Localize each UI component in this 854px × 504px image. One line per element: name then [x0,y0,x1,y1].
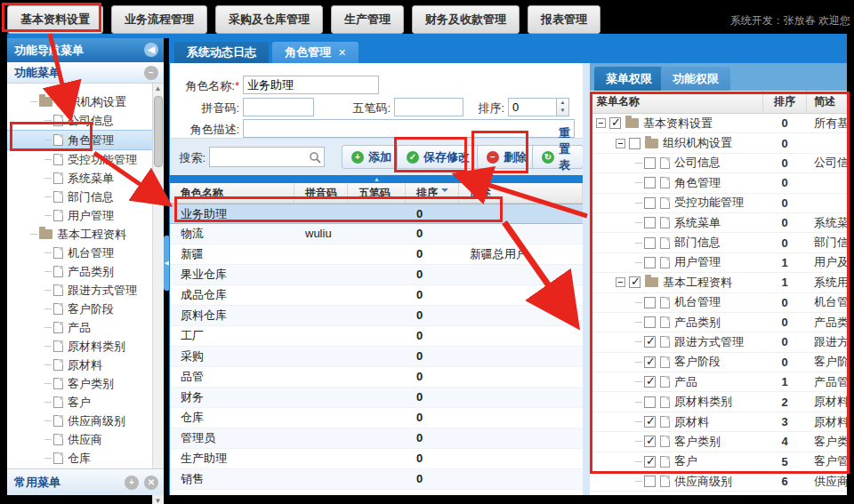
sidebar-item-8[interactable]: 机台管理 [7,244,152,262]
top-menu-4[interactable]: 财务及收款管理 [412,5,520,34]
sort-input[interactable] [508,98,557,116]
sidebar-item-10[interactable]: 跟进方式管理 [7,281,152,300]
top-menu-2[interactable]: 采购及仓库管理 [215,5,323,34]
close-common-menu-icon[interactable]: ✕ [144,476,158,490]
checkbox-unchecked[interactable] [644,396,656,408]
role-row-管理员[interactable]: 管理员0 [170,428,584,449]
tab-close-icon[interactable]: ✕ [338,47,346,58]
checkbox-unchecked[interactable] [644,177,656,188]
permission-row-系统菜单[interactable]: 系统菜单0系统菜 [590,213,847,233]
permission-row-供应商级别[interactable]: 供应商级别6供应商 [590,472,847,492]
checkbox-unchecked[interactable] [644,476,656,487]
sidebar-item-2[interactable]: 角色管理 [7,130,152,150]
sort-spinner[interactable]: ▲▼ [557,98,569,116]
permission-row-产品类别[interactable]: 产品类别0产品类 [590,313,847,332]
checkbox-unchecked[interactable] [629,138,640,149]
role-row-仓库[interactable]: 仓库0 [170,408,584,428]
permission-row-部门信息[interactable]: 部门信息0部门信 [590,233,847,252]
sidebar-item-9[interactable]: 产品类别 [7,262,152,281]
permission-row-受控功能管理[interactable]: 受控功能管理0 [590,194,847,213]
permission-row-产品[interactable]: 产品1产品管 [590,372,847,392]
permission-row-组织机构设置[interactable]: 组织机构设置0 [590,133,847,153]
checkbox-unchecked[interactable] [644,237,656,249]
permission-row-客户类别[interactable]: 客户类别4客户类 [590,432,847,452]
role-row-新疆[interactable]: 新疆0新疆总用户 [170,244,584,265]
button-保存修改[interactable]: ✓保存修改 [397,145,479,169]
button-重置表单[interactable]: ↻重置表单 [532,145,584,169]
sidebar-item-0[interactable]: 组织机构设置 [7,92,152,111]
sidebar-item-1[interactable]: 公司信息 [7,111,152,130]
button-删除[interactable]: −删除 [477,145,536,169]
collapse-expander-icon[interactable] [616,139,625,148]
collapse-expander-icon[interactable] [596,118,606,128]
checkbox-unchecked[interactable] [644,257,656,268]
permission-row-机台管理[interactable]: 机台管理0机台管 [590,293,847,313]
button-添加[interactable]: +添加 [342,145,401,169]
checkbox-checked[interactable] [644,436,656,447]
sidebar-item-15[interactable]: 客户类别 [7,374,152,393]
pinyin-input[interactable] [243,98,314,116]
panel-splitter[interactable]: ▲ [170,175,584,183]
sidebar-item-17[interactable]: 供应商级别 [7,412,152,430]
checkbox-checked[interactable] [644,376,656,388]
checkbox-checked[interactable] [644,456,656,468]
checkbox-checked[interactable] [644,356,656,368]
role-row-销售[interactable]: 销售0 [170,469,584,490]
sidebar-item-18[interactable]: 供应商 [7,430,152,449]
tab-菜单权限[interactable]: 菜单权限 [594,67,664,91]
role-row-成品仓库[interactable]: 成品仓库0 [170,285,584,306]
column-header-排序[interactable]: 排序 [406,183,459,203]
permission-row-公司信息[interactable]: 公司信息0公司信 [590,154,847,173]
permission-row-客户阶段[interactable]: 客户阶段0客户阶 [590,353,847,372]
permission-row-原材料类别[interactable]: 原材料类别2原材料 [590,392,847,412]
search-icon[interactable] [309,151,321,164]
permission-row-基本资料设置[interactable]: 基本资料设置0所有基 [590,114,847,133]
checkbox-checked[interactable] [629,276,640,288]
role-name-input[interactable] [243,76,379,94]
collapse-section-icon[interactable]: − [144,66,158,80]
column-header-拼音码[interactable]: 拼音码 [294,183,348,203]
top-menu-0[interactable]: 基本资料设置 [7,5,103,34]
tab-角色管理[interactable]: 角色管理✕ [272,42,359,63]
permission-row-用户管理[interactable]: 用户管理1用户及 [590,253,847,273]
checkbox-checked[interactable] [644,336,656,348]
permission-row-角色管理[interactable]: 角色管理0 [590,173,847,193]
role-row-财务[interactable]: 财务0 [170,388,584,408]
sidebar-item-5[interactable]: 部门信息 [7,188,152,206]
role-row-生产助理[interactable]: 生产助理0 [170,449,584,469]
sidebar-item-16[interactable]: 客户 [7,393,152,412]
sort-column-header[interactable]: 排序 [762,91,807,113]
scroll-down-icon[interactable]: ▼ [153,496,163,504]
role-desc-input[interactable] [243,119,575,138]
common-menu-bar[interactable]: 常用菜单 + ✕ [7,468,164,495]
permission-row-原材料[interactable]: 原材料3原材料 [590,412,847,432]
sidebar-item-3[interactable]: 受控功能管理 [7,150,152,169]
sidebar-item-6[interactable]: 用户管理 [7,206,152,225]
checkbox-unchecked[interactable] [644,316,656,328]
role-row-采购[interactable]: 采购0 [170,347,584,367]
checkbox-unchecked[interactable] [644,197,656,209]
permission-row-客户[interactable]: 客户5客户管 [590,452,847,472]
column-header-角色名称[interactable]: 角色名称 [170,183,294,203]
scroll-up-icon[interactable]: ▲ [153,84,163,94]
checkbox-unchecked[interactable] [644,297,656,308]
role-row-物流[interactable]: 物流wuliu0 [170,224,584,244]
menu-name-column-header[interactable]: 菜单名称 [597,91,640,113]
top-menu-1[interactable]: 业务流程管理 [111,5,207,34]
role-row-业务助理[interactable]: 业务助理0 [170,204,584,224]
checkbox-checked[interactable] [609,117,621,129]
tab-系统动态日志[interactable]: 系统动态日志 [174,42,269,63]
sidebar-item-11[interactable]: 客户阶段 [7,300,152,318]
checkbox-unchecked[interactable] [644,217,656,228]
sidebar-scrollbar[interactable]: ▲ ▼ [152,84,164,504]
role-row-品管[interactable]: 品管0 [170,367,584,388]
sidebar-item-4[interactable]: 系统菜单 [7,169,152,188]
sidebar-section-header[interactable]: 功能菜单 − [7,62,164,84]
sidebar-item-12[interactable]: 产品 [7,318,152,337]
top-menu-3[interactable]: 生产管理 [331,5,404,34]
column-header-简述[interactable]: 简述 [459,183,583,203]
checkbox-unchecked[interactable] [644,157,656,169]
column-header-五笔码[interactable]: 五笔码 [348,183,406,203]
role-row-原料仓库[interactable]: 原料仓库0 [170,306,584,326]
checkbox-checked[interactable] [644,416,656,428]
